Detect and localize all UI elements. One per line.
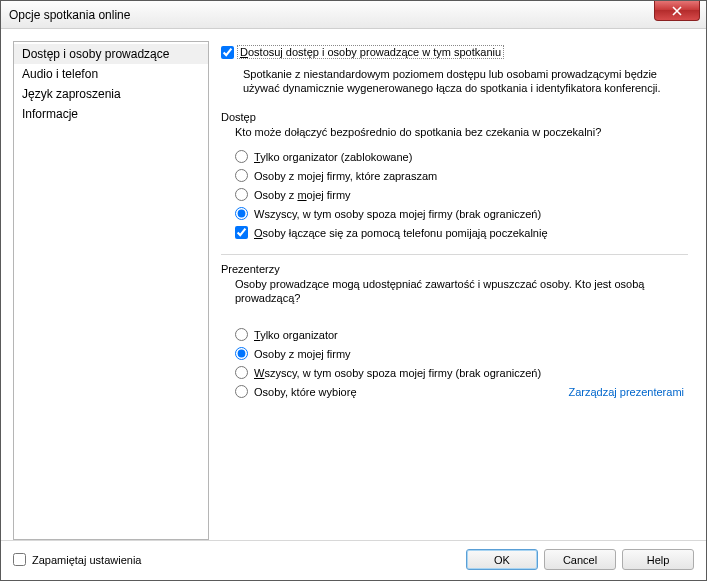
presenters-radio-choose[interactable] [235, 385, 248, 398]
remember-checkbox[interactable] [13, 553, 26, 566]
customize-row: Dostosuj dostęp i osoby prowadzące w tym… [221, 45, 688, 59]
customize-checkbox[interactable] [221, 46, 234, 59]
footer: Zapamiętaj ustawienia OK Cancel Help [1, 540, 706, 580]
phone-bypass-label[interactable]: Osoby łączące się za pomocą telefonu pom… [254, 227, 548, 239]
presenters-group-desc: Osoby prowadzące mogą udostępniać zawart… [221, 277, 688, 313]
customize-info: Spotkanie z niestandardowym poziomem dos… [221, 65, 688, 105]
presenters-radio-company[interactable] [235, 347, 248, 360]
access-radio-organizer-row: Tylko organizator (zablokowane) [221, 147, 688, 166]
presenters-radio-everyone[interactable] [235, 366, 248, 379]
access-radio-invited[interactable] [235, 169, 248, 182]
access-group-desc: Kto może dołączyć bezpośrednio do spotka… [221, 125, 688, 147]
access-radio-everyone[interactable] [235, 207, 248, 220]
nav-item-info[interactable]: Informacje [14, 104, 208, 124]
close-button[interactable] [654, 1, 700, 21]
content-area: Dostęp i osoby prowadzące Audio i telefo… [1, 29, 706, 540]
help-button[interactable]: Help [622, 549, 694, 570]
presenters-radio-organizer[interactable] [235, 328, 248, 341]
presenters-radio-everyone-label[interactable]: Wszyscy, w tym osoby spoza mojej firmy (… [254, 367, 541, 379]
presenters-group-label: Prezenterzy [221, 263, 688, 275]
access-radio-company[interactable] [235, 188, 248, 201]
remember-label[interactable]: Zapamiętaj ustawienia [32, 554, 141, 566]
presenters-radio-choose-row: Osoby, które wybiorę Zarządzaj prezenter… [221, 382, 688, 401]
presenters-radio-organizer-label[interactable]: Tylko organizator [254, 329, 338, 341]
access-radio-everyone-label[interactable]: Wszyscy, w tym osoby spoza mojej firmy (… [254, 208, 541, 220]
presenters-radio-company-label[interactable]: Osoby z mojej firmy [254, 348, 351, 360]
access-radio-organizer[interactable] [235, 150, 248, 163]
category-list: Dostęp i osoby prowadzące Audio i telefo… [13, 41, 209, 540]
access-radio-invited-label[interactable]: Osoby z mojej firmy, które zapraszam [254, 170, 437, 182]
nav-item-audio[interactable]: Audio i telefon [14, 64, 208, 84]
presenters-radio-everyone-row: Wszyscy, w tym osoby spoza mojej firmy (… [221, 363, 688, 382]
customize-label[interactable]: Dostosuj dostęp i osoby prowadzące w tym… [237, 45, 504, 59]
phone-bypass-row: Osoby łączące się za pomocą telefonu pom… [221, 223, 688, 242]
access-radio-company-label[interactable]: Osoby z mojej firmy [254, 189, 351, 201]
ok-button[interactable]: OK [466, 549, 538, 570]
manage-presenters-link[interactable]: Zarządzaj prezenterami [568, 386, 688, 398]
access-group-label: Dostęp [221, 111, 688, 123]
access-radio-company-row: Osoby z mojej firmy [221, 185, 688, 204]
access-radio-organizer-label[interactable]: Tylko organizator (zablokowane) [254, 151, 412, 163]
divider [221, 254, 688, 255]
phone-bypass-checkbox[interactable] [235, 226, 248, 239]
close-icon [672, 6, 682, 16]
window-title: Opcje spotkania online [9, 8, 130, 22]
access-radio-invited-row: Osoby z mojej firmy, które zapraszam [221, 166, 688, 185]
cancel-button[interactable]: Cancel [544, 549, 616, 570]
dialog-window: Opcje spotkania online Dostęp i osoby pr… [0, 0, 707, 581]
presenters-radio-organizer-row: Tylko organizator [221, 325, 688, 344]
access-radio-everyone-row: Wszyscy, w tym osoby spoza mojej firmy (… [221, 204, 688, 223]
presenters-radio-company-row: Osoby z mojej firmy [221, 344, 688, 363]
footer-right: OK Cancel Help [466, 549, 694, 570]
titlebar: Opcje spotkania online [1, 1, 706, 29]
footer-left: Zapamiętaj ustawienia [13, 553, 141, 566]
presenters-radio-choose-label[interactable]: Osoby, które wybiorę [254, 386, 357, 398]
nav-item-language[interactable]: Język zaproszenia [14, 84, 208, 104]
nav-item-access[interactable]: Dostęp i osoby prowadzące [14, 44, 208, 64]
main-panel: Dostosuj dostęp i osoby prowadzące w tym… [221, 41, 694, 540]
